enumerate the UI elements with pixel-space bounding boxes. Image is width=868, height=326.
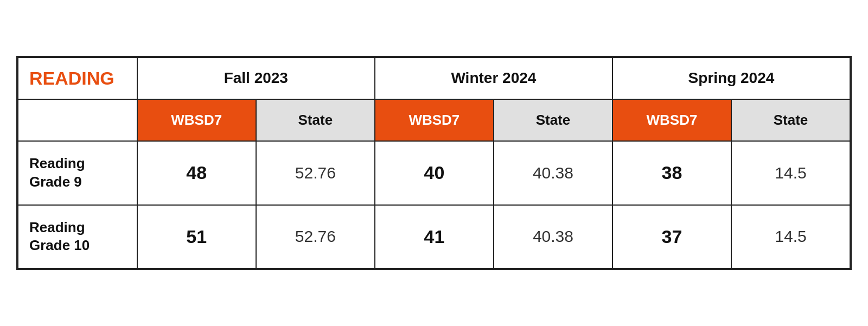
grade-10-label: Reading Grade 10 bbox=[18, 205, 137, 269]
grade-9-spring-wbsd7: 38 bbox=[612, 141, 731, 205]
subheader-row: WBSD7 State WBSD7 State WBSD7 State bbox=[18, 99, 850, 141]
winter-wbsd7-header: WBSD7 bbox=[375, 99, 494, 141]
fall-wbsd7-header: WBSD7 bbox=[137, 99, 256, 141]
table-row: Reading Grade 9 48 52.76 40 40.38 38 14.… bbox=[18, 141, 850, 205]
grade-10-fall-wbsd7: 51 bbox=[137, 205, 256, 269]
grade-10-spring-state: 14.5 bbox=[731, 205, 850, 269]
grade-10-spring-wbsd7: 37 bbox=[612, 205, 731, 269]
grade-10-winter-state: 40.38 bbox=[494, 205, 612, 269]
header-row: READING Fall 2023 Winter 2024 Spring 202… bbox=[18, 57, 850, 99]
subheader-empty bbox=[18, 99, 137, 141]
data-table: READING Fall 2023 Winter 2024 Spring 202… bbox=[16, 56, 852, 270]
grade-9-winter-wbsd7: 40 bbox=[375, 141, 494, 205]
grade-9-fall-wbsd7: 48 bbox=[137, 141, 256, 205]
table-row: Reading Grade 10 51 52.76 41 40.38 37 14… bbox=[18, 205, 850, 269]
grade-9-winter-state: 40.38 bbox=[494, 141, 612, 205]
spring-wbsd7-header: WBSD7 bbox=[612, 99, 731, 141]
grade-9-fall-state: 52.76 bbox=[256, 141, 375, 205]
grade-10-winter-wbsd7: 41 bbox=[375, 205, 494, 269]
winter-2024-header: Winter 2024 bbox=[375, 57, 612, 99]
spring-state-header: State bbox=[731, 99, 850, 141]
grade-10-fall-state: 52.76 bbox=[256, 205, 375, 269]
grade-9-label: Reading Grade 9 bbox=[18, 141, 137, 205]
grade-9-spring-state: 14.5 bbox=[731, 141, 850, 205]
fall-state-header: State bbox=[256, 99, 375, 141]
reading-label: READING bbox=[18, 57, 137, 99]
spring-2024-header: Spring 2024 bbox=[612, 57, 850, 99]
fall-2023-header: Fall 2023 bbox=[137, 57, 375, 99]
winter-state-header: State bbox=[494, 99, 612, 141]
